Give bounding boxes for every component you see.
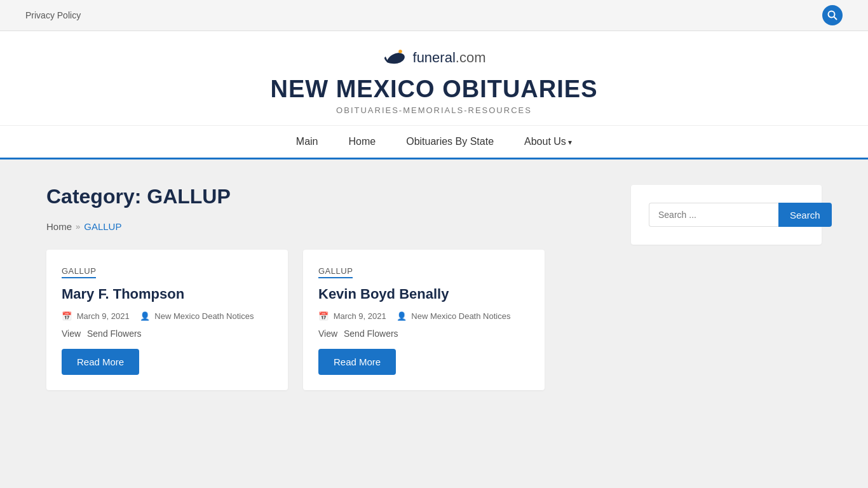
breadcrumb: Home » GALLUP xyxy=(46,221,606,232)
author-icon: 👤 xyxy=(140,311,150,321)
logo-text: funeral.com xyxy=(413,50,486,66)
card-0: GALLUP Mary F. Thompson 📅 March 9, 2021 … xyxy=(46,250,288,390)
card-0-title: Mary F. Thompson xyxy=(62,286,273,302)
search-widget: Search xyxy=(631,185,822,245)
card-0-meta: 📅 March 9, 2021 👤 New Mexico Death Notic… xyxy=(62,311,273,321)
header-search-icon-button[interactable] xyxy=(822,5,843,25)
card-1-category[interactable]: GALLUP xyxy=(318,266,353,278)
card-1-links: View Send Flowers xyxy=(318,329,529,339)
card-1-author: 👤 New Mexico Death Notices xyxy=(397,311,511,321)
card-0-date: 📅 March 9, 2021 xyxy=(62,311,130,321)
card-1-title: Kevin Boyd Benally xyxy=(318,286,529,302)
nav-link-home[interactable]: Home xyxy=(334,126,391,158)
svg-line-1 xyxy=(834,17,837,20)
privacy-policy-link[interactable]: Privacy Policy xyxy=(25,10,81,20)
nav-item-about-us[interactable]: About Us xyxy=(509,126,587,158)
calendar-icon: 📅 xyxy=(318,311,329,321)
nav-item-obituaries-by-state[interactable]: Obituaries By State xyxy=(391,126,509,158)
card-0-author: 👤 New Mexico Death Notices xyxy=(140,311,254,321)
card-1-read-more-button[interactable]: Read More xyxy=(318,349,396,375)
breadcrumb-current: GALLUP xyxy=(84,221,121,232)
nav-item-home[interactable]: Home xyxy=(334,126,391,158)
nav-link-obituaries-by-state[interactable]: Obituaries By State xyxy=(391,126,509,158)
card-1-date: 📅 March 9, 2021 xyxy=(318,311,386,321)
svg-point-2 xyxy=(398,50,402,53)
card-0-view-link[interactable]: View xyxy=(62,329,81,339)
logo-area: funeral.com xyxy=(25,46,843,69)
author-icon: 👤 xyxy=(397,311,407,321)
card-1: GALLUP Kevin Boyd Benally 📅 March 9, 202… xyxy=(303,250,545,390)
category-title: Category: GALLUP xyxy=(46,185,606,208)
cards-grid: GALLUP Mary F. Thompson 📅 March 9, 2021 … xyxy=(46,250,606,390)
nav-link-main[interactable]: Main xyxy=(281,126,334,158)
breadcrumb-separator: » xyxy=(76,222,80,231)
breadcrumb-home-link[interactable]: Home xyxy=(46,221,72,232)
site-title: NEW MEXICO OBITUARIES xyxy=(25,76,843,103)
top-bar: Privacy Policy xyxy=(0,0,868,31)
nav-link-about-us[interactable]: About Us xyxy=(509,126,587,158)
search-form: Search xyxy=(649,203,804,227)
search-icon xyxy=(827,10,837,20)
site-tagline: OBITUARIES-MEMORIALS-RESOURCES xyxy=(25,105,843,115)
card-0-read-more-button[interactable]: Read More xyxy=(62,349,139,375)
main-wrapper: Category: GALLUP Home » GALLUP GALLUP Ma… xyxy=(21,159,847,416)
card-1-meta: 📅 March 9, 2021 👤 New Mexico Death Notic… xyxy=(318,311,529,321)
site-header: funeral.com NEW MEXICO OBITUARIES OBITUA… xyxy=(0,31,868,126)
card-0-links: View Send Flowers xyxy=(62,329,273,339)
logo-bird-icon xyxy=(383,46,408,69)
svg-point-0 xyxy=(829,11,835,18)
card-1-view-link[interactable]: View xyxy=(318,329,337,339)
content-area: Category: GALLUP Home » GALLUP GALLUP Ma… xyxy=(46,185,606,390)
card-0-category[interactable]: GALLUP xyxy=(62,266,96,278)
sidebar: Search xyxy=(631,185,822,390)
nav-item-main[interactable]: Main xyxy=(281,126,334,158)
card-1-send-flowers-link[interactable]: Send Flowers xyxy=(344,329,398,339)
search-button[interactable]: Search xyxy=(778,203,832,227)
search-input[interactable] xyxy=(649,203,778,227)
calendar-icon: 📅 xyxy=(62,311,72,321)
card-0-send-flowers-link[interactable]: Send Flowers xyxy=(87,329,142,339)
main-nav: Main Home Obituaries By State About Us xyxy=(0,126,868,159)
